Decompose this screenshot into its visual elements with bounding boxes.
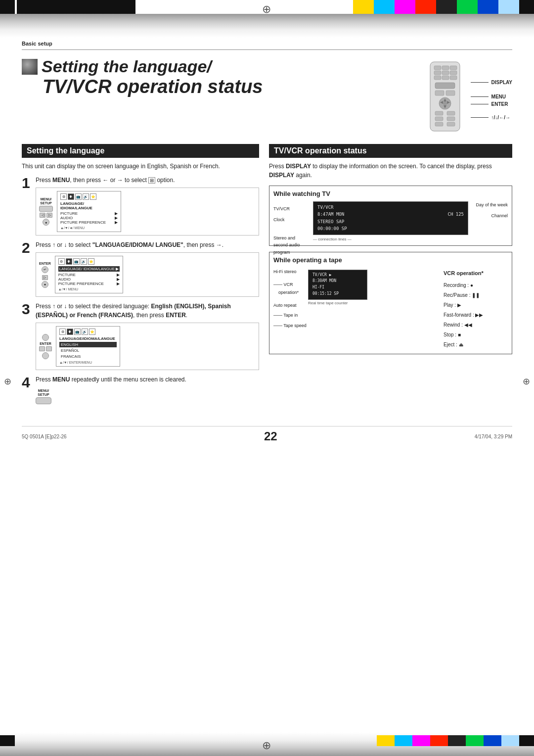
vcr-ops-labels: VCR operation* Recording : ● Rec/Pause :…: [444, 268, 508, 350]
step-4: 4 Press MENU repeatedly until the menu s…: [22, 375, 259, 406]
arrows-label: ↑/↓/←/→: [491, 115, 510, 120]
step-3-illustration: ENTER ⚙ 🗣: [36, 323, 259, 370]
svg-rect-3: [450, 66, 457, 70]
vcr-eject: Eject : ⏏: [444, 340, 508, 350]
title-line1: Setting the language/: [42, 57, 212, 76]
left-column: Setting the language This unit can displ…: [22, 144, 259, 411]
main-content: Setting the language This unit can displ…: [22, 144, 512, 411]
svg-rect-5: [442, 71, 449, 75]
svg-point-18: [443, 101, 447, 105]
step-4-number: 4: [22, 375, 33, 406]
step-1-menu-box: ⚙ 🗣 📺 🔊 ⭐ LANGUAGE/IDIOMA/LANGUE PICTURE…: [57, 191, 121, 232]
title-bullet: [22, 59, 38, 75]
vcr-rewind: Rewind : ◀◀: [444, 320, 508, 330]
svg-rect-6: [450, 71, 457, 75]
display-label: DISPLAY: [491, 80, 512, 85]
step-1-number: 1: [22, 176, 33, 236]
remote-svg: [425, 61, 465, 135]
svg-rect-2: [442, 66, 449, 70]
setting-language-intro: This unit can display the on screen lang…: [22, 162, 259, 171]
title-line2: TV/VCR operation status: [43, 76, 263, 97]
while-operating-section: While operating a tape Hi-Fi stereo —— V…: [269, 252, 512, 354]
step-1-text: Press MENU, then press ← or → to select …: [36, 176, 259, 185]
step-3-number: 3: [22, 302, 33, 370]
svg-rect-20: [447, 111, 455, 115]
svg-rect-23: [435, 122, 443, 126]
step-4-text: Press MENU repeatedly until the menu scr…: [36, 375, 259, 384]
svg-rect-12: [446, 91, 455, 95]
step-3-content: Press ↑ or ↓ to select the desired langu…: [36, 302, 259, 370]
page-content: Basic setup Setting the language/ TV/VCR…: [0, 38, 534, 443]
while-watching-title: While watching TV: [273, 190, 508, 197]
step-2-text: Press ↑ or ↓ to select "LANGUAGE/IDIOMA/…: [36, 240, 259, 249]
menu-label: MENU: [491, 94, 506, 99]
while-operating-title: While operating a tape: [273, 256, 508, 264]
vcr-fast-forward: Fast-forward : ▶▶: [444, 310, 508, 320]
right-column: TV/VCR operation status Press DISPLAY to…: [269, 144, 512, 411]
arrows-label-row: ↑/↓/←/→: [471, 115, 512, 120]
header-rule: [22, 49, 512, 50]
display-label-row: DISPLAY: [471, 80, 512, 85]
svg-rect-9: [450, 76, 457, 80]
svg-rect-22: [447, 117, 455, 121]
vcr-operation-title: VCR operation*: [444, 268, 508, 279]
step-3-menu-box: ⚙ 🗣 📺 🔊 ⭐ LANGUAGE/IDIOMA/LANGUE ENGLISH…: [56, 326, 120, 367]
remote-labels: DISPLAY MENU ENTER ↑/↓/←/→: [471, 79, 512, 135]
page-footer: 5Q 0501A [E]p22-26 22 4/17/04, 3:29 PM: [22, 426, 512, 443]
footer-right: 4/17/04, 3:29 PM: [475, 434, 512, 439]
step-2-menu-box: ⚙ 🗣 📺 🔊 ⭐ LANGUAGE/ IDIOMA/LANGUE ▶ PICT…: [55, 256, 124, 293]
step-1: 1 Press MENU, then press ← or → to selec…: [22, 176, 259, 236]
footer-left: 5Q 0501A [E]p22-26: [22, 434, 67, 439]
menu-label-row: MENU: [471, 94, 512, 99]
remote-illustration: DISPLAY MENU ENTER ↑/↓/←/→: [425, 61, 512, 135]
step-2: 2 Press ↑ or ↓ to select "LANGUAGE/IDIOM…: [22, 240, 259, 297]
step-2-number: 2: [22, 240, 33, 297]
svg-rect-24: [447, 122, 455, 126]
basic-setup-label: Basic setup: [22, 38, 512, 47]
vcr-recording: Recording : ●: [444, 281, 508, 290]
svg-rect-19: [435, 111, 443, 115]
while-watching-section: While watching TV TV/VCR Clock Stereo an…: [269, 186, 512, 246]
enter-label-row: ENTER: [471, 101, 512, 107]
vcr-rec-pause: Rec/Pause : ❚❚: [444, 290, 508, 300]
reg-mark-top: ⊕: [262, 3, 271, 16]
svg-rect-1: [434, 66, 441, 70]
svg-rect-21: [435, 117, 443, 121]
page-number: 22: [264, 429, 277, 443]
step-2-illustration: ENTER ↵ ▷ ● ⚙ 🗣: [36, 252, 259, 297]
step-4-content: Press MENU repeatedly until the menu scr…: [36, 375, 259, 406]
step-4-illustration: MENU/SETUP: [36, 387, 259, 406]
tv-vcr-intro: Press DISPLAY to display the information…: [269, 162, 512, 180]
step-1-content: Press MENU, then press ← or → to select …: [36, 176, 259, 236]
step-2-content: Press ↑ or ↓ to select "LANGUAGE/IDIOMA/…: [36, 240, 259, 297]
step-3: 3 Press ↑ or ↓ to select the desired lan…: [22, 302, 259, 370]
main-title-block: Setting the language/ TV/VCR operation s…: [22, 57, 263, 97]
svg-rect-4: [434, 71, 441, 75]
vcr-stop: Stop : ■: [444, 330, 508, 340]
step-1-illustration: MENU/SETUP ◁ ▷ ●: [36, 188, 259, 236]
tape-operation-content: Hi-Fi stereo —— VCR operation* Auto repe…: [273, 268, 508, 350]
reg-mark-bottom: ⊕: [262, 739, 271, 752]
tv-watching-diagram: TV/VCR Clock Stereo andsecond audioprogr…: [273, 201, 508, 241]
svg-rect-8: [442, 76, 449, 80]
reg-mark-left: ⊕: [4, 376, 11, 387]
vcr-play: Play : ▶: [444, 300, 508, 310]
step-3-text: Press ↑ or ↓ to select the desired langu…: [36, 302, 259, 320]
tv-vcr-header: TV/VCR operation status: [269, 144, 512, 158]
svg-rect-7: [434, 76, 441, 80]
setting-language-header: Setting the language: [22, 144, 259, 158]
svg-rect-11: [435, 91, 444, 95]
enter-label: ENTER: [491, 101, 508, 107]
tape-diagram-left: Hi-Fi stereo —— VCR operation* Auto repe…: [273, 268, 438, 350]
reg-mark-right: ⊕: [523, 376, 530, 387]
svg-rect-10: [435, 83, 455, 89]
